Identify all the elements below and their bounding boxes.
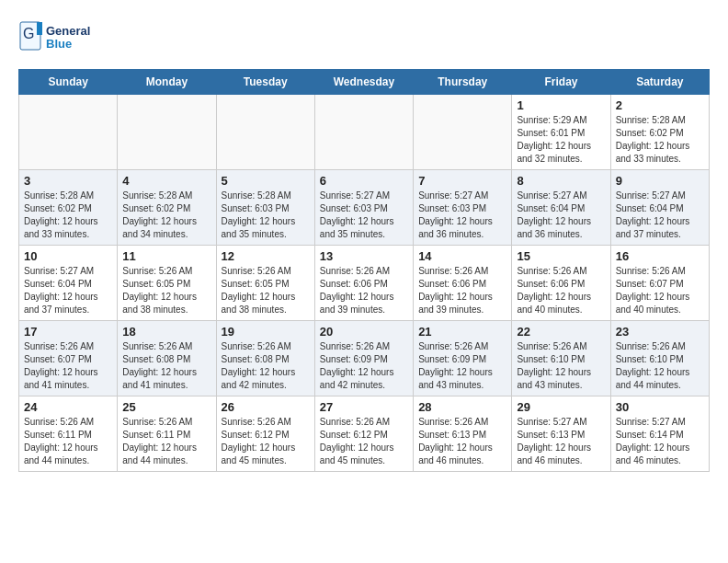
calendar-cell	[19, 95, 118, 170]
logo-svg: General Blue G	[18, 18, 92, 60]
day-number: 20	[320, 325, 408, 339]
weekday-header-friday: Friday	[512, 70, 610, 95]
day-info: Sunrise: 5:26 AM Sunset: 6:07 PM Dayligh…	[24, 340, 112, 392]
calendar-cell: 5Sunrise: 5:28 AM Sunset: 6:03 PM Daylig…	[216, 170, 314, 246]
day-number: 2	[616, 98, 704, 112]
weekday-header-saturday: Saturday	[610, 70, 709, 95]
calendar-cell: 21Sunrise: 5:26 AM Sunset: 6:09 PM Dayli…	[414, 321, 512, 396]
svg-marker-4	[37, 22, 42, 35]
day-number: 10	[24, 249, 112, 263]
calendar-cell: 14Sunrise: 5:26 AM Sunset: 6:06 PM Dayli…	[414, 246, 512, 321]
day-number: 9	[616, 174, 704, 188]
svg-text:G: G	[23, 26, 34, 41]
calendar-cell: 2Sunrise: 5:28 AM Sunset: 6:02 PM Daylig…	[610, 95, 709, 170]
day-number: 29	[517, 400, 605, 414]
day-info: Sunrise: 5:27 AM Sunset: 6:04 PM Dayligh…	[24, 265, 112, 316]
calendar-cell: 1Sunrise: 5:29 AM Sunset: 6:01 PM Daylig…	[512, 95, 610, 170]
calendar-cell: 30Sunrise: 5:27 AM Sunset: 6:14 PM Dayli…	[610, 396, 709, 472]
calendar-week-4: 17Sunrise: 5:26 AM Sunset: 6:07 PM Dayli…	[19, 321, 710, 396]
day-number: 3	[24, 174, 112, 188]
day-info: Sunrise: 5:27 AM Sunset: 6:04 PM Dayligh…	[616, 190, 704, 241]
day-number: 1	[517, 98, 605, 112]
svg-text:Blue: Blue	[46, 37, 72, 51]
calendar-cell: 26Sunrise: 5:26 AM Sunset: 6:12 PM Dayli…	[216, 396, 314, 472]
day-info: Sunrise: 5:26 AM Sunset: 6:11 PM Dayligh…	[122, 416, 210, 467]
calendar-week-1: 1Sunrise: 5:29 AM Sunset: 6:01 PM Daylig…	[19, 95, 710, 170]
calendar-cell: 7Sunrise: 5:27 AM Sunset: 6:03 PM Daylig…	[414, 170, 512, 246]
calendar-cell: 15Sunrise: 5:26 AM Sunset: 6:06 PM Dayli…	[512, 246, 610, 321]
day-info: Sunrise: 5:26 AM Sunset: 6:06 PM Dayligh…	[418, 265, 506, 316]
calendar-week-3: 10Sunrise: 5:27 AM Sunset: 6:04 PM Dayli…	[19, 246, 710, 321]
calendar-cell: 11Sunrise: 5:26 AM Sunset: 6:05 PM Dayli…	[118, 246, 216, 321]
day-number: 16	[616, 249, 704, 263]
day-info: Sunrise: 5:27 AM Sunset: 6:04 PM Dayligh…	[517, 190, 605, 241]
day-number: 11	[122, 249, 210, 263]
calendar-cell	[216, 95, 314, 170]
day-number: 7	[418, 174, 506, 188]
day-info: Sunrise: 5:27 AM Sunset: 6:03 PM Dayligh…	[320, 190, 408, 241]
day-info: Sunrise: 5:26 AM Sunset: 6:07 PM Dayligh…	[616, 265, 704, 316]
calendar-cell: 18Sunrise: 5:26 AM Sunset: 6:08 PM Dayli…	[118, 321, 216, 396]
day-number: 21	[418, 325, 506, 339]
logo: General Blue G	[18, 18, 92, 60]
calendar-cell	[118, 95, 216, 170]
day-info: Sunrise: 5:27 AM Sunset: 6:13 PM Dayligh…	[517, 416, 605, 467]
calendar-cell: 6Sunrise: 5:27 AM Sunset: 6:03 PM Daylig…	[314, 170, 413, 246]
calendar-week-5: 24Sunrise: 5:26 AM Sunset: 6:11 PM Dayli…	[19, 396, 710, 472]
day-info: Sunrise: 5:26 AM Sunset: 6:05 PM Dayligh…	[222, 265, 310, 316]
day-number: 23	[616, 325, 704, 339]
calendar-cell: 19Sunrise: 5:26 AM Sunset: 6:08 PM Dayli…	[216, 321, 314, 396]
calendar-cell: 10Sunrise: 5:27 AM Sunset: 6:04 PM Dayli…	[19, 246, 118, 321]
calendar-cell: 12Sunrise: 5:26 AM Sunset: 6:05 PM Dayli…	[216, 246, 314, 321]
day-info: Sunrise: 5:26 AM Sunset: 6:11 PM Dayligh…	[24, 416, 112, 467]
day-info: Sunrise: 5:26 AM Sunset: 6:08 PM Dayligh…	[222, 340, 310, 392]
calendar-cell: 9Sunrise: 5:27 AM Sunset: 6:04 PM Daylig…	[610, 170, 709, 246]
day-number: 28	[418, 400, 506, 414]
day-info: Sunrise: 5:27 AM Sunset: 6:14 PM Dayligh…	[616, 416, 704, 467]
calendar-week-2: 3Sunrise: 5:28 AM Sunset: 6:02 PM Daylig…	[19, 170, 710, 246]
day-info: Sunrise: 5:27 AM Sunset: 6:03 PM Dayligh…	[418, 190, 506, 241]
day-number: 18	[122, 325, 210, 339]
weekday-header-wednesday: Wednesday	[314, 70, 413, 95]
day-info: Sunrise: 5:28 AM Sunset: 6:02 PM Dayligh…	[24, 190, 112, 241]
day-info: Sunrise: 5:26 AM Sunset: 6:08 PM Dayligh…	[122, 340, 210, 392]
calendar-cell: 23Sunrise: 5:26 AM Sunset: 6:10 PM Dayli…	[610, 321, 709, 396]
calendar-cell: 3Sunrise: 5:28 AM Sunset: 6:02 PM Daylig…	[19, 170, 118, 246]
day-number: 22	[517, 325, 605, 339]
calendar-cell	[414, 95, 512, 170]
day-info: Sunrise: 5:26 AM Sunset: 6:10 PM Dayligh…	[616, 340, 704, 392]
day-info: Sunrise: 5:26 AM Sunset: 6:06 PM Dayligh…	[517, 265, 605, 316]
day-number: 26	[222, 400, 310, 414]
calendar-cell: 8Sunrise: 5:27 AM Sunset: 6:04 PM Daylig…	[512, 170, 610, 246]
day-number: 19	[222, 325, 310, 339]
day-number: 25	[122, 400, 210, 414]
day-number: 13	[320, 249, 408, 263]
calendar-cell: 27Sunrise: 5:26 AM Sunset: 6:12 PM Dayli…	[314, 396, 413, 472]
weekday-header-tuesday: Tuesday	[216, 70, 314, 95]
weekday-header-thursday: Thursday	[414, 70, 512, 95]
calendar-cell: 16Sunrise: 5:26 AM Sunset: 6:07 PM Dayli…	[610, 246, 709, 321]
day-number: 5	[222, 174, 310, 188]
day-number: 8	[517, 174, 605, 188]
day-number: 24	[24, 400, 112, 414]
day-number: 12	[222, 249, 310, 263]
weekday-header-row: SundayMondayTuesdayWednesdayThursdayFrid…	[19, 70, 710, 95]
calendar-cell: 13Sunrise: 5:26 AM Sunset: 6:06 PM Dayli…	[314, 246, 413, 321]
day-info: Sunrise: 5:26 AM Sunset: 6:10 PM Dayligh…	[517, 340, 605, 392]
day-info: Sunrise: 5:26 AM Sunset: 6:13 PM Dayligh…	[418, 416, 506, 467]
calendar-cell: 29Sunrise: 5:27 AM Sunset: 6:13 PM Dayli…	[512, 396, 610, 472]
calendar-cell: 28Sunrise: 5:26 AM Sunset: 6:13 PM Dayli…	[414, 396, 512, 472]
day-number: 6	[320, 174, 408, 188]
day-number: 4	[122, 174, 210, 188]
weekday-header-monday: Monday	[118, 70, 216, 95]
day-number: 27	[320, 400, 408, 414]
day-number: 17	[24, 325, 112, 339]
svg-text:General: General	[46, 24, 90, 38]
calendar-cell: 22Sunrise: 5:26 AM Sunset: 6:10 PM Dayli…	[512, 321, 610, 396]
calendar-cell	[314, 95, 413, 170]
day-info: Sunrise: 5:26 AM Sunset: 6:06 PM Dayligh…	[320, 265, 408, 316]
weekday-header-sunday: Sunday	[19, 70, 118, 95]
calendar-cell: 17Sunrise: 5:26 AM Sunset: 6:07 PM Dayli…	[19, 321, 118, 396]
day-info: Sunrise: 5:29 AM Sunset: 6:01 PM Dayligh…	[517, 114, 605, 166]
day-number: 15	[517, 249, 605, 263]
